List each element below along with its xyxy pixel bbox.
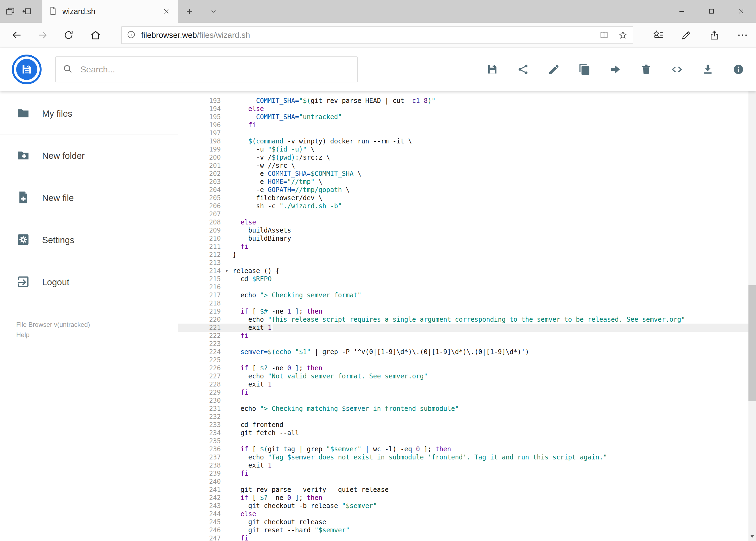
move-arrow-icon[interactable] xyxy=(606,60,625,79)
code-line-213[interactable]: 213 xyxy=(178,259,748,267)
sidebar-item-new-folder[interactable]: New folder xyxy=(0,135,178,177)
code-line-247[interactable]: 247 fi xyxy=(178,534,748,541)
code-line-224[interactable]: 224 semver=$(echo "$1" | grep -P '^v(0|[… xyxy=(178,348,748,356)
code-line-241[interactable]: 241 git rev-parse --verify --quiet relea… xyxy=(178,486,748,494)
help-link[interactable]: Help xyxy=(16,330,90,340)
code-view-icon[interactable] xyxy=(667,60,686,79)
tabs-set-aside-preview-icon[interactable] xyxy=(3,4,17,18)
site-info-icon[interactable] xyxy=(126,30,136,40)
code-line-219[interactable]: 219 if [ $# -ne 1 ]; then xyxy=(178,307,748,315)
code-line-226[interactable]: 226 if [ $? -ne 0 ]; then xyxy=(178,364,748,372)
sidebar-item-new-file[interactable]: New file xyxy=(0,177,178,219)
code-line-195[interactable]: 195 COMMIT_SHA="untracked" xyxy=(178,113,748,121)
code-line-237[interactable]: 237 echo "Tag $semver does not exist in … xyxy=(178,453,748,461)
scrollbar-thumb[interactable] xyxy=(748,285,756,401)
vertical-scrollbar[interactable] xyxy=(748,48,756,541)
address-bar[interactable]: filebrowser.web/files/wizard.sh xyxy=(122,26,633,44)
code-line-211[interactable]: 211 fi xyxy=(178,243,748,251)
edit-pencil-icon[interactable] xyxy=(544,60,563,79)
code-line-229[interactable]: 229 fi xyxy=(178,388,748,396)
code-line-207[interactable]: 207 xyxy=(178,210,748,218)
web-note-pen-icon[interactable] xyxy=(679,28,694,43)
download-icon[interactable] xyxy=(698,60,717,79)
tab-wizard-sh[interactable]: wizard.sh xyxy=(42,0,178,23)
code-line-194[interactable]: 194 else xyxy=(178,105,748,113)
code-line-201[interactable]: 201 -w //src \ xyxy=(178,162,748,170)
forward-button[interactable] xyxy=(34,26,51,44)
window-maximize-button[interactable] xyxy=(697,0,726,23)
window-close-button[interactable] xyxy=(726,0,756,23)
code-line-210[interactable]: 210 buildBinary xyxy=(178,235,748,243)
tab-close-icon[interactable] xyxy=(160,5,172,17)
code-line-240[interactable]: 240 xyxy=(178,477,748,486)
code-line-223[interactable]: 223 xyxy=(178,340,748,348)
favorites-hub-icon[interactable] xyxy=(651,28,666,43)
home-button[interactable] xyxy=(87,26,104,44)
code-line-193[interactable]: 193 COMMIT_SHA="$(git rev-parse HEAD | c… xyxy=(178,97,748,105)
delete-trash-icon[interactable] xyxy=(637,60,655,79)
code-line-231[interactable]: 231 echo "> Checking matching $semver in… xyxy=(178,405,748,413)
code-line-236[interactable]: 236 if [ $(git tag | grep "$semver" | wc… xyxy=(178,445,748,453)
code-line-220[interactable]: 220 echo "This release script requires a… xyxy=(178,315,748,323)
code-line-234[interactable]: 234 git fetch --all xyxy=(178,429,748,437)
scroll-down-arrow-icon[interactable] xyxy=(748,532,756,541)
sidebar-item-my-files[interactable]: My files xyxy=(0,93,178,135)
code-line-208[interactable]: 208 else xyxy=(178,218,748,226)
code-line-204[interactable]: 204 -e GOPATH=//tmp/gopath \ xyxy=(178,186,748,194)
code-line-215[interactable]: 215 cd $REPO xyxy=(178,275,748,283)
sidebar-item-logout[interactable]: Logout xyxy=(0,261,178,303)
code-line-228[interactable]: 228 exit 1 xyxy=(178,380,748,388)
code-line-243[interactable]: 243 git checkout -b release "$semver" xyxy=(178,502,748,510)
fold-marker-icon[interactable]: ▾ xyxy=(221,267,233,275)
code-line-218[interactable]: 218 xyxy=(178,299,748,307)
code-line-233[interactable]: 233 cd frontend xyxy=(178,421,748,429)
line-number: 209 xyxy=(178,226,221,235)
code-line-242[interactable]: 242 if [ $? -ne 0 ]; then xyxy=(178,494,748,502)
reading-view-icon[interactable] xyxy=(599,30,609,40)
tab-list-chevron-icon[interactable] xyxy=(207,4,221,18)
code-line-227[interactable]: 227 echo "Not valid semver format. See s… xyxy=(178,372,748,380)
search-input[interactable] xyxy=(80,64,350,75)
filebrowser-logo[interactable] xyxy=(12,55,42,84)
set-tabs-aside-icon[interactable] xyxy=(20,4,34,18)
code-line-212[interactable]: 212} xyxy=(178,251,748,259)
code-line-238[interactable]: 238 exit 1 xyxy=(178,461,748,469)
code-line-235[interactable]: 235 xyxy=(178,437,748,445)
code-line-214[interactable]: 214▾release () { xyxy=(178,267,748,275)
back-button[interactable] xyxy=(8,26,25,44)
info-icon[interactable] xyxy=(729,60,748,79)
code-editor[interactable]: 193 COMMIT_SHA="$(git rev-parse HEAD | c… xyxy=(178,91,748,541)
code-line-196[interactable]: 196 fi xyxy=(178,121,748,129)
code-line-205[interactable]: 205 filebrowser/dev \ xyxy=(178,194,748,202)
code-line-202[interactable]: 202 -e COMMIT_SHA=$COMMIT_SHA \ xyxy=(178,170,748,178)
refresh-button[interactable] xyxy=(60,26,77,44)
code-line-239[interactable]: 239 fi xyxy=(178,469,748,477)
code-line-217[interactable]: 217 echo "> Checking semver format" xyxy=(178,291,748,299)
share-icon[interactable] xyxy=(707,28,722,43)
sidebar-item-settings[interactable]: Settings xyxy=(0,219,178,261)
code-line-246[interactable]: 246 git reset --hard "$semver" xyxy=(178,526,748,534)
code-line-221[interactable]: 221 exit 1 xyxy=(178,323,748,332)
code-line-209[interactable]: 209 buildAssets xyxy=(178,226,748,235)
code-line-198[interactable]: 198 $(command -v winpty) docker run --rm… xyxy=(178,137,748,145)
code-line-216[interactable]: 216 xyxy=(178,283,748,291)
copy-icon[interactable] xyxy=(575,60,594,79)
more-options-icon[interactable] xyxy=(735,28,750,43)
window-minimize-button[interactable] xyxy=(667,0,697,23)
search-box[interactable] xyxy=(55,56,358,82)
code-line-232[interactable]: 232 xyxy=(178,413,748,421)
new-tab-button[interactable] xyxy=(182,4,196,18)
code-line-203[interactable]: 203 -e HOME="//tmp" \ xyxy=(178,178,748,186)
save-icon[interactable] xyxy=(483,60,502,79)
code-line-244[interactable]: 244 else xyxy=(178,510,748,518)
code-line-206[interactable]: 206 sh -c "./wizard.sh -b" xyxy=(178,202,748,210)
share-file-icon[interactable] xyxy=(514,60,533,79)
code-line-199[interactable]: 199 -u "$(id -u)" \ xyxy=(178,145,748,154)
code-line-225[interactable]: 225 xyxy=(178,356,748,364)
code-line-230[interactable]: 230 xyxy=(178,396,748,405)
code-line-197[interactable]: 197 xyxy=(178,129,748,137)
code-line-245[interactable]: 245 git checkout release xyxy=(178,518,748,526)
code-line-200[interactable]: 200 -v /$(pwd):/src:z \ xyxy=(178,154,748,162)
add-favorite-star-icon[interactable] xyxy=(618,30,628,40)
code-line-222[interactable]: 222 fi xyxy=(178,332,748,340)
